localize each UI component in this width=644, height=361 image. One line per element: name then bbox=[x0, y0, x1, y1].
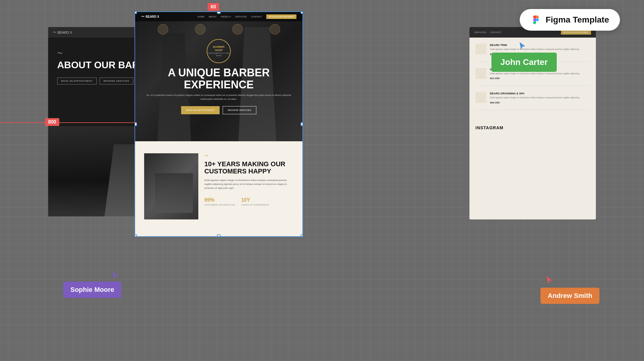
service-name-beard-grooming: BEARD GROOMING & SPA bbox=[490, 92, 590, 95]
dimension-label-60: 60 bbox=[208, 3, 219, 11]
service-desc-neck-shave: Nulla egestas sapien integer mi fermentu… bbox=[490, 72, 590, 75]
selection-handle-tm bbox=[217, 11, 221, 14]
hero-book-button[interactable]: BOOK AN APPOINTMENT bbox=[181, 106, 220, 114]
service-item-beard-grooming: BEARD GROOMING & SPA Nulla egestas sapie… bbox=[475, 92, 590, 110]
nav-services-link[interactable]: SERVICES bbox=[235, 16, 247, 18]
hero-brand: 〜 BEARD X bbox=[141, 14, 159, 19]
selection-handle-rm bbox=[301, 122, 303, 126]
hero-mustache-icon: 〜 bbox=[141, 14, 144, 19]
stat-satisfaction-label: CUSTOMER SATISFACTION bbox=[204, 204, 235, 206]
sophie-moore-badge: Sophie Moore bbox=[63, 282, 121, 298]
figma-logo-icon bbox=[531, 14, 541, 25]
book-appointment-button-left[interactable]: BOOK AN APPOINTMENT bbox=[57, 78, 97, 84]
andrew-smith-badge: Andrew Smith bbox=[540, 288, 599, 304]
nav-home-link[interactable]: HOME bbox=[198, 16, 205, 18]
nav-contact-link[interactable]: CONTACT bbox=[251, 16, 262, 18]
right-nav-cta[interactable]: BOOK AN APPOINTMENT bbox=[561, 30, 591, 35]
right-nav-contact: CONTACT bbox=[490, 31, 501, 34]
main-panel: 〜 BEARD X HOME ABOUT PAGES ▾ SERVICES CO… bbox=[135, 11, 303, 237]
instagram-section: INSTAGRAM bbox=[469, 122, 596, 133]
service-icon-neck-shave bbox=[475, 68, 486, 79]
hero-title: A UNIQUE BARBER EXPERIENCE bbox=[144, 67, 294, 90]
service-info-beard-grooming: BEARD GROOMING & SPA Nulla egestas sapie… bbox=[490, 92, 590, 104]
barber-shop-logo: BARBER SHOP GENTLEMEN'S CUT AND SHAVE bbox=[207, 39, 231, 63]
cursor-purple bbox=[111, 272, 120, 281]
service-price-neck-shave: $12 USD bbox=[490, 77, 590, 80]
hero-nav-cta[interactable]: BOOK AN APPOINTMENT bbox=[266, 14, 296, 19]
about-mustache-icon: 〜 bbox=[204, 153, 293, 159]
hero-services-button[interactable]: BROWSE SERVICES bbox=[223, 106, 256, 114]
hero-subtitle: Eu, in in pharetra mauris mi pretium mag… bbox=[144, 93, 294, 101]
stat-experience-num: 10Y bbox=[241, 194, 269, 204]
instagram-title: INSTAGRAM bbox=[475, 125, 590, 130]
about-image bbox=[144, 153, 198, 219]
stat-experience: 10Y YEARS OF EXPERIENCE bbox=[241, 194, 269, 206]
dimension-label-800: 800 bbox=[45, 118, 59, 126]
service-icon-beard-grooming bbox=[475, 92, 486, 103]
mustache-icon: 〜 bbox=[53, 30, 56, 35]
service-name-beard-trim: BEARD TRIM bbox=[490, 44, 590, 47]
right-nav-services: SERVICES bbox=[474, 31, 486, 34]
stat-experience-label: YEARS OF EXPERIENCE bbox=[241, 204, 269, 206]
service-icon-beard-trim bbox=[475, 44, 486, 54]
nav-about-link[interactable]: ABOUT bbox=[209, 16, 217, 18]
about-stats: 99% CUSTOMER SATISFACTION 10Y YEARS OF E… bbox=[204, 194, 293, 206]
about-inner: 〜 10+ YEARS MAKING OUR CUSTOMERS HAPPY N… bbox=[144, 153, 293, 219]
hero-center-content: BARBER SHOP GENTLEMEN'S CUT AND SHAVE A … bbox=[144, 39, 294, 114]
john-carter-badge: John Carter bbox=[491, 53, 557, 72]
service-price-beard-grooming: $48 USD bbox=[490, 101, 590, 104]
nav-pages-link[interactable]: PAGES ▾ bbox=[221, 16, 231, 18]
selection-handle-tl bbox=[135, 11, 137, 14]
cursor-green bbox=[518, 42, 527, 52]
stat-experience-symbol: Y bbox=[246, 197, 250, 203]
figma-template-badge: Figma Template bbox=[520, 9, 620, 31]
stat-satisfaction-num: 99% bbox=[204, 194, 235, 204]
about-title: 10+ YEARS MAKING OUR CUSTOMERS HAPPY bbox=[204, 161, 293, 175]
hero-nav-links: HOME ABOUT PAGES ▾ SERVICES CONTACT bbox=[198, 16, 262, 18]
right-panel-body: BEARD TRIM Nulla egestas sapien integer … bbox=[469, 38, 596, 122]
about-section: 〜 10+ YEARS MAKING OUR CUSTOMERS HAPPY N… bbox=[135, 141, 302, 237]
service-desc-beard-grooming: Nulla egestas sapien integer mi fermentu… bbox=[490, 96, 590, 99]
about-text: 〜 10+ YEARS MAKING OUR CUSTOMERS HAPPY N… bbox=[204, 153, 293, 219]
about-image-inner bbox=[144, 153, 198, 219]
figma-badge-text: Figma Template bbox=[546, 15, 609, 25]
selection-handle-tr bbox=[301, 11, 303, 14]
browse-services-button-left[interactable]: BROWSE SERVICES bbox=[100, 78, 133, 84]
stat-satisfaction: 99% CUSTOMER SATISFACTION bbox=[204, 194, 235, 206]
hero-section: 〜 BEARD X HOME ABOUT PAGES ▾ SERVICES CO… bbox=[135, 12, 302, 141]
about-body: Nulla egestas sapien integer mi fermentu… bbox=[204, 179, 293, 190]
stat-satisfaction-symbol: % bbox=[210, 197, 215, 203]
cursor-red bbox=[545, 276, 554, 286]
measurement-line bbox=[0, 122, 135, 123]
hero-buttons: BOOK AN APPOINTMENT BROWSE SERVICES bbox=[144, 106, 294, 114]
left-panel-brand: 〜 BEARD X bbox=[53, 30, 72, 35]
right-nav-links: SERVICES CONTACT bbox=[474, 31, 501, 34]
service-desc-beard-trim: Nulla egestas sapien integer mi fermentu… bbox=[490, 48, 590, 51]
